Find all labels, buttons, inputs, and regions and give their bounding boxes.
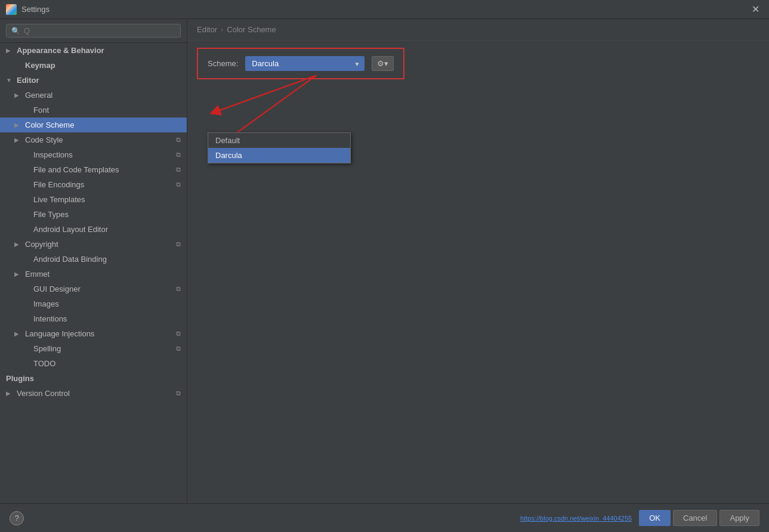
sidebar-item-label: TODO [33, 359, 55, 368]
breadcrumb-editor: Editor [197, 25, 217, 34]
sidebar-item-label: Keymap [25, 61, 55, 70]
sidebar-item-label: File Types [33, 210, 69, 219]
sidebar-item-label: Android Layout Editor [33, 225, 108, 234]
sidebar-item-label: Font [33, 106, 49, 115]
sidebar-item-colorscheme[interactable]: ▶Color Scheme [0, 117, 187, 132]
sidebar-item-label: General [25, 91, 52, 100]
copy-icon: ⧉ [176, 136, 181, 144]
sidebar-item-label: Code Style [25, 135, 63, 144]
sidebar-item-emmet[interactable]: ▶Emmet [0, 267, 187, 282]
copy-icon: ⧉ [176, 151, 181, 159]
dropdown-item-darcula[interactable]: Darcula [208, 148, 350, 163]
window-title: Settings [21, 5, 50, 14]
sidebar-item-label: Emmet [25, 270, 50, 279]
arrow-icon: ▶ [6, 47, 13, 54]
scheme-gear-button[interactable]: ⚙▾ [372, 56, 394, 71]
sidebar-item-label: Plugins [6, 374, 34, 383]
sidebar-item-images[interactable]: Images [0, 296, 187, 311]
sidebar-item-label: Copyright [25, 240, 58, 249]
sidebar-item-fileencodings[interactable]: File Encodings⧉ [0, 177, 187, 192]
ok-button[interactable]: OK [639, 510, 671, 526]
sidebar-item-plugins[interactable]: Plugins [0, 371, 187, 386]
sidebar-item-font[interactable]: Font [0, 103, 187, 117]
apply-button[interactable]: Apply [719, 510, 759, 526]
sidebar-item-androidlayouteditor[interactable]: Android Layout Editor [0, 222, 187, 237]
sidebar-item-label: GUI Designer [33, 284, 81, 293]
copy-icon: ⧉ [176, 181, 181, 188]
copy-icon: ⧉ [176, 166, 181, 174]
sidebar-item-label: File Encodings [33, 180, 84, 189]
copy-icon: ⧉ [176, 389, 181, 397]
content-area: Editor › Color Scheme Scheme: Darcula ▼ … [187, 19, 769, 503]
sidebar-item-spelling[interactable]: Spelling⧉ [0, 341, 187, 356]
sidebar-item-editor[interactable]: ▼Editor [0, 73, 187, 88]
sidebar-item-livetemplates[interactable]: Live Templates [0, 192, 187, 207]
sidebar-item-guidesigner[interactable]: GUI Designer⧉ [0, 282, 187, 296]
sidebar-item-label: Editor [17, 76, 39, 85]
search-bar: 🔍 [0, 19, 187, 43]
sidebar-item-label: Version Control [17, 389, 70, 398]
help-button[interactable]: ? [10, 511, 24, 525]
breadcrumb-colorscheme: Color Scheme [227, 25, 276, 34]
sidebar-item-label: Language Injections [25, 329, 94, 338]
sidebar-item-label: Images [33, 299, 59, 308]
close-button[interactable]: ✕ [748, 2, 763, 16]
arrow-icon: ▶ [14, 137, 21, 143]
sidebar-item-appearance[interactable]: ▶Appearance & Behavior [0, 43, 187, 58]
copy-icon: ⧉ [176, 330, 181, 338]
dropdown-item-default[interactable]: Default [208, 133, 350, 148]
sidebar-item-label: Android Data Binding [33, 255, 107, 264]
sidebar-item-fileandcodetemplates[interactable]: File and Code Templates⧉ [0, 162, 187, 177]
arrow-icon: ▶ [14, 330, 21, 337]
cancel-button[interactable]: Cancel [673, 510, 717, 526]
breadcrumb: Editor › Color Scheme [187, 19, 769, 41]
copy-icon: ⧉ [176, 285, 181, 293]
bottom-link[interactable]: https://blog.csdn.net/weixin_44404255 [520, 515, 632, 522]
sidebar-item-keymap[interactable]: Keymap [0, 58, 187, 73]
copy-icon: ⧉ [176, 345, 181, 352]
sidebar-item-inspections[interactable]: Inspections⧉ [0, 147, 187, 162]
sidebar-item-label: Appearance & Behavior [17, 46, 104, 55]
scheme-dropdown-popup: Default Darcula [208, 132, 351, 163]
title-bar: Settings ✕ [0, 0, 769, 19]
sidebar-item-label: Spelling [33, 344, 61, 353]
arrow-icon: ▼ [6, 77, 13, 83]
copy-icon: ⧉ [176, 240, 181, 248]
sidebar-item-codestyle[interactable]: ▶Code Style⧉ [0, 132, 187, 147]
sidebar-item-versioncontrol[interactable]: ▶Version Control⧉ [0, 386, 187, 401]
breadcrumb-sep: › [221, 25, 223, 34]
sidebar-item-label: Inspections [33, 150, 73, 159]
sidebar-item-label: Color Scheme [25, 120, 74, 129]
svg-line-2 [215, 75, 316, 112]
sidebar-item-label: Intentions [33, 314, 67, 323]
sidebar: 🔍 ▶Appearance & BehaviorKeymap▼Editor▶Ge… [0, 19, 187, 503]
bottom-bar: ? https://blog.csdn.net/weixin_44404255 … [0, 503, 769, 532]
scheme-box: Scheme: Darcula ▼ ⚙▾ Default Darcula [197, 48, 404, 79]
arrow-icon: ▶ [6, 390, 13, 397]
sidebar-item-filetypes[interactable]: File Types [0, 207, 187, 222]
sidebar-item-intentions[interactable]: Intentions [0, 311, 187, 326]
arrow-icon: ▶ [14, 92, 21, 98]
sidebar-item-androiddatabinding[interactable]: Android Data Binding [0, 252, 187, 267]
arrow-icon: ▶ [14, 122, 21, 128]
scheme-label: Scheme: [208, 59, 238, 68]
sidebar-item-languageinjections[interactable]: ▶Language Injections⧉ [0, 326, 187, 341]
sidebar-item-todo[interactable]: TODO [0, 356, 187, 371]
sidebar-item-copyright[interactable]: ▶Copyright⧉ [0, 237, 187, 252]
sidebar-item-label: File and Code Templates [33, 165, 119, 174]
arrow-icon: ▶ [14, 271, 21, 277]
sidebar-item-label: Live Templates [33, 195, 85, 204]
scheme-select[interactable]: Darcula [245, 56, 365, 71]
search-icon: 🔍 [11, 27, 20, 35]
sidebar-item-general[interactable]: ▶General [0, 88, 187, 103]
search-input[interactable] [24, 26, 175, 35]
arrow-icon: ▶ [14, 241, 21, 248]
app-icon [6, 4, 17, 15]
